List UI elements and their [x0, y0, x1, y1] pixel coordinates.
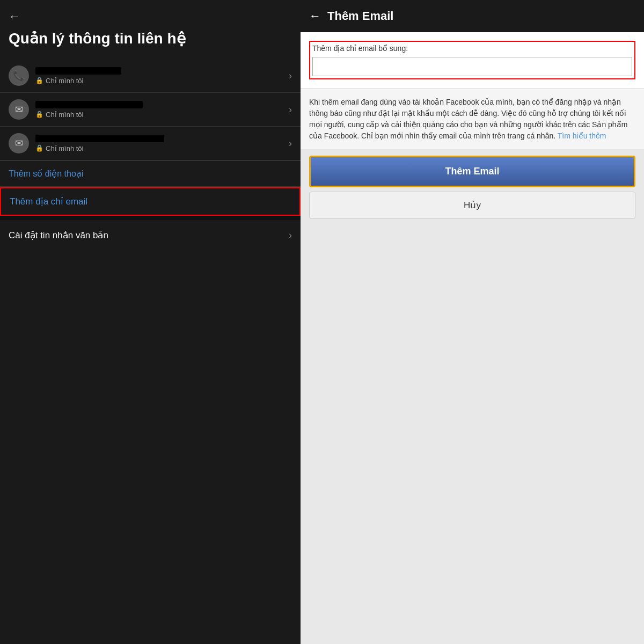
email-form-section: Thêm địa chỉ email bổ sung: — [301, 32, 644, 88]
email-icon-2: ✉ — [9, 133, 29, 153]
left-panel: ← Quản lý thông tin liên hệ 📞 🔒 Chỉ mình… — [0, 0, 301, 644]
chevron-icon-2: › — [289, 104, 292, 115]
phone-icon: 📞 — [9, 65, 29, 86]
add-phone-link[interactable]: Thêm số điện thoại — [0, 161, 301, 187]
contact-item-email1[interactable]: ✉ 🔒 Chỉ mình tôi › — [0, 93, 301, 127]
right-panel: ← Thêm Email Thêm địa chỉ email bổ sung:… — [301, 0, 644, 644]
contact-privacy-3: 🔒 Chỉ mình tôi — [35, 144, 289, 152]
chevron-icon-sms: › — [289, 230, 292, 241]
contact-privacy-1: 🔒 Chỉ mình tôi — [35, 77, 289, 85]
email-field-label: Thêm địa chỉ email bổ sung: — [312, 44, 632, 53]
cancel-button[interactable]: Hủy — [309, 192, 635, 219]
info-text-section: Khi thêm email đang dùng vào tài khoản F… — [301, 89, 644, 149]
contact-redacted-2 — [35, 101, 143, 108]
left-back-arrow[interactable]: ← — [9, 10, 20, 24]
learn-more-link[interactable]: Tìm hiểu thêm — [558, 131, 606, 140]
right-page-title: Thêm Email — [327, 9, 393, 23]
add-email-link[interactable]: Thêm địa chỉ email — [0, 187, 301, 216]
left-header: ← — [0, 0, 301, 29]
contact-privacy-2: 🔒 Chỉ mình tôi — [35, 111, 289, 119]
chevron-icon-1: › — [289, 70, 292, 82]
lock-icon-3: 🔒 — [35, 144, 43, 152]
email-input[interactable] — [312, 57, 632, 76]
section-divider — [0, 216, 301, 220]
right-back-arrow[interactable]: ← — [309, 9, 321, 23]
lock-icon-2: 🔒 — [35, 111, 43, 118]
email-input-container: Thêm địa chỉ email bổ sung: — [309, 41, 635, 79]
contact-redacted-3 — [35, 135, 164, 142]
chevron-icon-3: › — [289, 138, 292, 149]
sms-settings-item[interactable]: Cài đặt tin nhắn văn bản › — [0, 220, 301, 251]
right-content: Thêm địa chỉ email bổ sung: Khi thêm ema… — [301, 32, 644, 644]
email-icon-1: ✉ — [9, 99, 29, 120]
contact-item-email2[interactable]: ✉ 🔒 Chỉ mình tôi › — [0, 127, 301, 160]
contact-redacted-1 — [35, 67, 121, 75]
page-title: Quản lý thông tin liên hệ — [0, 29, 301, 59]
right-header: ← Thêm Email — [301, 0, 644, 32]
sms-settings-label: Cài đặt tin nhắn văn bản — [9, 230, 289, 241]
add-email-button[interactable]: Thêm Email — [309, 156, 635, 187]
lock-icon-1: 🔒 — [35, 77, 43, 84]
contact-item-phone[interactable]: 📞 🔒 Chỉ mình tôi › — [0, 59, 301, 93]
